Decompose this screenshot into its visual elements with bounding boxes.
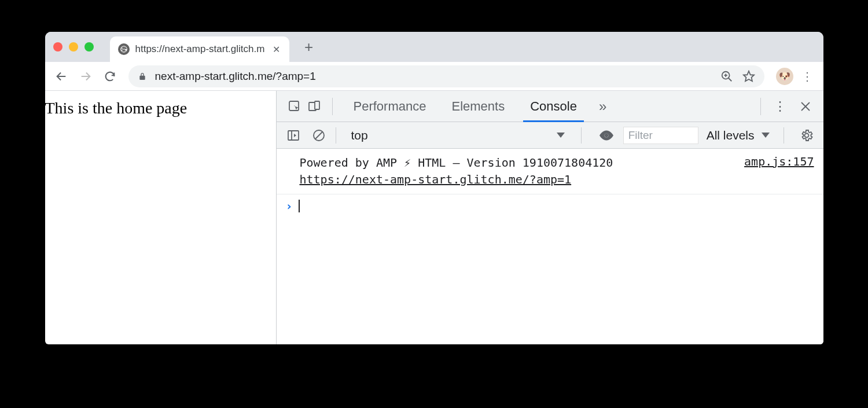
zoom-icon[interactable]	[720, 70, 733, 83]
console-output: Powered by AMP ⚡ HTML – Version 19100718…	[277, 149, 823, 344]
svg-rect-12	[288, 131, 299, 140]
log-text: Powered by AMP ⚡ HTML – Version 19100718…	[300, 156, 613, 170]
clear-console-icon[interactable]	[310, 127, 328, 144]
chevron-down-icon[interactable]	[557, 133, 565, 138]
browser-window: https://next-amp-start.glitch.m ✕ + next…	[45, 32, 823, 344]
content-area: This is the home page Performance Elemen…	[45, 91, 823, 344]
tab-title: https://next-amp-start.glitch.m	[135, 43, 266, 55]
log-source-link[interactable]: amp.js:157	[744, 155, 814, 168]
levels-label: All levels	[707, 128, 755, 142]
browser-menu-button[interactable]: ⋮	[797, 66, 818, 87]
text-cursor	[299, 200, 300, 212]
reload-button[interactable]	[100, 66, 120, 87]
maximize-window-button[interactable]	[84, 42, 94, 52]
svg-rect-9	[315, 101, 319, 109]
tab-console[interactable]: Console	[517, 91, 590, 122]
browser-tab[interactable]: https://next-amp-start.glitch.m ✕	[110, 36, 289, 62]
page-heading: This is the home page	[45, 99, 187, 117]
close-devtools-icon[interactable]	[796, 97, 815, 116]
address-bar[interactable]: next-amp-start.glitch.me/?amp=1	[128, 65, 764, 87]
tab-elements[interactable]: Elements	[439, 91, 517, 122]
log-link[interactable]: https://next-amp-start.glitch.me/?amp=1	[300, 172, 572, 186]
prompt-chevron-icon: ›	[286, 199, 293, 213]
devtools-menu-icon[interactable]: ⋮	[770, 97, 790, 116]
url-text: next-amp-start.glitch.me/?amp=1	[155, 70, 712, 83]
svg-line-15	[315, 132, 322, 139]
separator	[760, 98, 761, 115]
device-toolbar-icon[interactable]	[304, 97, 324, 116]
forward-button[interactable]	[75, 66, 96, 87]
new-tab-button[interactable]: +	[299, 36, 319, 57]
inspect-element-icon[interactable]	[285, 97, 304, 116]
console-prompt[interactable]: ›	[277, 194, 823, 218]
svg-point-16	[605, 134, 607, 136]
console-message: Powered by AMP ⚡ HTML – Version 19100718…	[277, 149, 823, 194]
close-window-button[interactable]	[53, 42, 62, 52]
separator	[784, 127, 784, 144]
filter-placeholder: Filter	[628, 129, 653, 142]
console-settings-icon[interactable]	[798, 127, 815, 144]
separator	[332, 98, 333, 115]
tab-performance[interactable]: Performance	[341, 91, 439, 122]
svg-line-3	[728, 78, 731, 81]
console-sidebar-toggle-icon[interactable]	[285, 127, 302, 144]
more-tabs-icon[interactable]: »	[593, 98, 612, 115]
globe-icon	[118, 43, 130, 55]
lock-icon	[138, 72, 147, 81]
devtools-panel: Performance Elements Console » ⋮	[277, 91, 823, 344]
close-tab-button[interactable]: ✕	[272, 45, 281, 54]
bookmark-star-icon[interactable]	[742, 70, 755, 83]
separator	[336, 127, 336, 144]
profile-avatar[interactable]: 🐶	[776, 68, 793, 85]
minimize-window-button[interactable]	[69, 42, 78, 52]
chevron-down-icon	[762, 133, 770, 138]
back-button[interactable]	[51, 66, 72, 87]
devtools-tabbar: Performance Elements Console » ⋮	[277, 91, 823, 122]
tab-strip: https://next-amp-start.glitch.m ✕ +	[45, 32, 823, 62]
console-filter-input[interactable]: Filter	[623, 127, 698, 144]
live-expression-icon[interactable]	[598, 127, 615, 144]
browser-toolbar: next-amp-start.glitch.me/?amp=1 🐶 ⋮	[45, 62, 823, 91]
page-viewport: This is the home page	[45, 91, 277, 344]
window-controls	[53, 42, 94, 52]
execution-context-selector[interactable]: top	[344, 128, 375, 142]
context-label: top	[351, 128, 368, 142]
console-toolbar: top Filter All levels	[277, 122, 823, 149]
separator	[581, 127, 582, 144]
svg-marker-6	[743, 71, 753, 80]
log-level-selector[interactable]: All levels	[707, 128, 770, 142]
